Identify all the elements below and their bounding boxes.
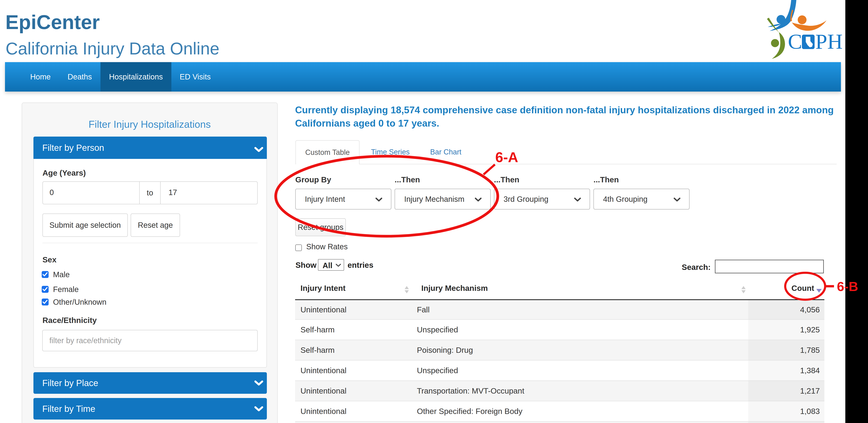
svg-text:H: H [827, 30, 843, 53]
svg-text:C: C [788, 30, 802, 53]
svg-text:P: P [815, 30, 827, 53]
svg-text:6-A: 6-A [495, 149, 518, 165]
